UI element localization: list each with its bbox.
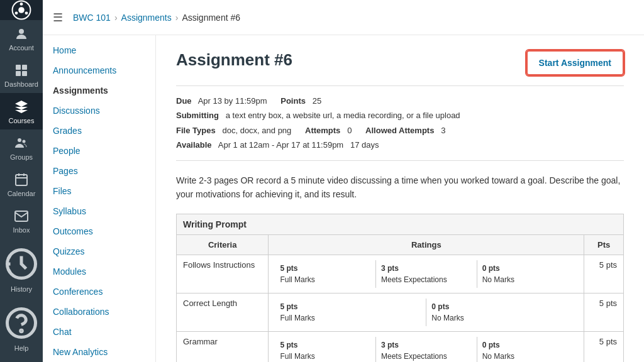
nav-chat[interactable]: Chat [43,322,155,342]
svg-rect-7 [22,65,27,70]
rubric-col-pts: Pts [584,235,624,255]
sidebar-item-help[interactable]: Help [0,298,43,357]
svg-point-1 [18,7,25,13]
points-label: Points [280,96,306,106]
breadcrumb: BWC 101 › Assignments › Assignment #6 [73,13,240,23]
rubric-ratings-cell: 5 ptsFull Marks0 ptsNo Marks [269,293,584,332]
sidebar-label-inbox: Inbox [13,226,30,234]
nav-people[interactable]: People [43,141,155,161]
sidebar-item-inbox[interactable]: Inbox [0,202,43,239]
sidebar-label-help: Help [14,344,29,352]
divider-1 [176,85,624,86]
svg-rect-8 [16,71,21,76]
svg-point-10 [18,138,21,142]
nav-discussions[interactable]: Discussions [43,101,155,121]
breadcrumb-current: Assignment #6 [182,13,240,23]
file-types-label: File Types [176,126,216,135]
rubric-rating-option: 5 ptsFull Marks [275,260,375,288]
breadcrumb-course[interactable]: BWC 101 [73,13,111,23]
sidebar-label-courses: Courses [9,117,35,124]
meta-due-row: Due Apr 13 by 11:59pm Points 25 [176,94,624,108]
assignment-title: Assignment #6 [176,50,292,70]
breadcrumb-sep-1: › [114,13,118,23]
svg-point-2 [20,3,23,6]
points-value: 25 [313,96,321,106]
svg-point-5 [19,29,24,34]
nav-quizzes[interactable]: Quizzes [43,241,155,261]
page-content: Assignment #6 Start Assignment Due Apr 1… [156,35,644,362]
attempts-value: 0 [347,126,352,135]
sidebar-label-groups: Groups [10,153,33,161]
rubric-table: Writing Prompt Criteria Ratings Pts Foll… [176,214,624,362]
rubric-row: Grammar5 ptsFull Marks3 ptsMeets Expecta… [177,332,624,362]
rubric-col-criteria: Criteria [177,235,269,255]
sidebar-label-history: History [11,285,32,293]
available-days: 17 days [350,140,379,150]
rubric-criteria-cell: Correct Length [177,293,269,332]
hamburger-icon[interactable]: ☰ [53,11,63,25]
sidebar: Account Dashboard Courses Groups Calenda… [0,0,43,362]
due-label: Due [176,96,192,106]
available-value: Apr 1 at 12am - Apr 17 at 11:59pm [218,140,343,150]
nav-collaborations[interactable]: Collaborations [43,302,155,322]
sidebar-label-calendar: Calendar [8,190,36,197]
divider-2 [176,160,624,161]
svg-point-18 [21,330,23,332]
nav-assignments[interactable]: Assignments [43,80,155,101]
content-area: Home Announcements Assignments Discussio… [43,35,644,362]
sidebar-item-groups[interactable]: Groups [0,129,43,166]
rubric-col-ratings: Ratings [269,235,584,255]
sidebar-logo[interactable] [0,0,43,20]
svg-point-3 [25,11,28,14]
allowed-attempts-value: 3 [441,126,445,135]
rubric-caption: Writing Prompt [176,214,624,234]
sidebar-item-calendar[interactable]: Calendar [0,166,43,202]
breadcrumb-assignments[interactable]: Assignments [121,13,172,23]
nav-files[interactable]: Files [43,181,155,201]
sidebar-bottom: History Help [0,239,43,362]
allowed-attempts-label: Allowed Attempts [365,126,434,135]
rubric-rating-option: 0 ptsNo Marks [426,299,577,326]
rubric-ratings-cell: 5 ptsFull Marks3 ptsMeets Expectations0 … [269,255,584,293]
rubric-rating-option: 0 ptsNo Marks [477,337,578,362]
rubric-pts-cell: 5 pts [584,293,624,332]
svg-point-11 [23,140,26,143]
breadcrumb-sep-2: › [175,13,179,23]
sidebar-item-history[interactable]: History [0,239,43,298]
sidebar-item-collapse[interactable] [0,357,43,362]
assignment-header: Assignment #6 Start Assignment [176,50,624,75]
rubric-pts-cell: 5 pts [584,332,624,362]
svg-point-4 [15,11,18,14]
sidebar-label-account: Account [9,44,34,52]
sidebar-item-dashboard[interactable]: Dashboard [0,57,43,93]
course-nav: Home Announcements Assignments Discussio… [43,35,156,362]
nav-modules[interactable]: Modules [43,261,155,282]
rubric-row: Follows Instructions5 ptsFull Marks3 pts… [177,255,624,293]
rubric-row: Correct Length5 ptsFull Marks0 ptsNo Mar… [177,293,624,332]
rubric-header-row: Criteria Ratings Pts [177,235,624,255]
topbar: ☰ BWC 101 › Assignments › Assignment #6 [43,0,644,35]
main-area: ☰ BWC 101 › Assignments › Assignment #6 … [43,0,644,362]
meta-filetypes-row: File Types doc, docx, and png Attempts 0… [176,123,624,138]
rubric-ratings-cell: 5 ptsFull Marks3 ptsMeets Expectations0 … [269,332,584,362]
available-label: Available [176,140,212,150]
sidebar-item-courses[interactable]: Courses [0,93,43,129]
rubric-rating-option: 0 ptsNo Marks [477,260,578,288]
nav-home[interactable]: Home [43,40,155,60]
rubric-rating-option: 5 ptsFull Marks [275,299,426,326]
rubric-criteria-cell: Grammar [177,332,269,362]
nav-pages[interactable]: Pages [43,161,155,181]
nav-outcomes[interactable]: Outcomes [43,221,155,241]
meta-submitting-row: Submitting a text entry box, a website u… [176,108,624,123]
nav-conferences[interactable]: Conferences [43,282,155,302]
nav-syllabus[interactable]: Syllabus [43,201,155,221]
start-assignment-button[interactable]: Start Assignment [526,50,624,75]
nav-new-analytics[interactable]: New Analytics [43,342,155,362]
svg-rect-12 [16,175,27,185]
rubric-criteria-cell: Follows Instructions [177,255,269,293]
svg-rect-9 [22,71,27,76]
nav-grades[interactable]: Grades [43,121,155,141]
nav-announcements[interactable]: Announcements [43,60,155,80]
assignment-meta: Due Apr 13 by 11:59pm Points 25 Submitti… [176,94,624,153]
sidebar-item-account[interactable]: Account [0,20,43,57]
